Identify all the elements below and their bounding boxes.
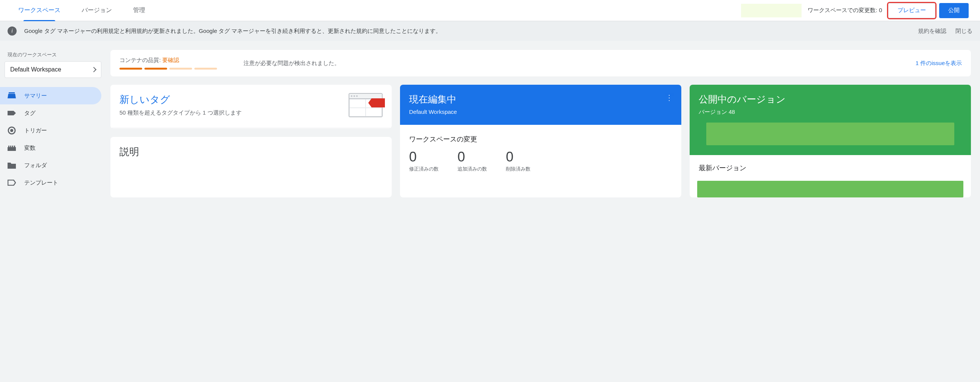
svg-rect-5 <box>12 146 13 147</box>
workspace-changes-count: ワークスペースでの変更数: 0 <box>808 7 882 14</box>
redacted-box <box>741 4 802 18</box>
quality-title: コンテナの品質: 要確認 <box>119 57 217 64</box>
nav-label: テンプレート <box>24 179 58 186</box>
variables-icon <box>8 144 16 152</box>
stat-added: 0 追加済みの数 <box>458 149 487 172</box>
stat-modified: 0 修正済みの数 <box>409 149 439 172</box>
review-terms-link[interactable]: 規約を確認 <box>918 28 947 35</box>
workspace-changes-title: ワークスペースの変更 <box>409 135 672 144</box>
svg-rect-3 <box>8 146 10 147</box>
quality-bars <box>119 68 217 70</box>
quality-message: 注意が必要な問題が検出されました。 <box>243 60 915 67</box>
main-content: コンテナの品質: 要確認 注意が必要な問題が検出されました。 1 件のissue… <box>106 41 980 197</box>
currently-editing-card: 現在編集中 Default Workspace ⋮ ワークスペースの変更 0 修… <box>400 85 681 197</box>
svg-point-1 <box>10 129 13 132</box>
nav-label: サマリー <box>24 92 47 99</box>
published-subtitle: バージョン 48 <box>699 108 962 116</box>
notice-text: Google タグ マネージャーの利用規定と利用規約が更新されました。Googl… <box>24 28 909 35</box>
tab-workspace[interactable]: ワークスペース <box>8 0 71 21</box>
new-tag-title: 新しいタグ <box>119 93 342 106</box>
description-title: 説明 <box>119 145 383 159</box>
new-tag-card: 新しいタグ 50 種類を超えるタグタイプから 1 つ選択します 新し <box>110 85 392 129</box>
nav-label: 変数 <box>24 145 35 152</box>
close-notice-link[interactable]: 閉じる <box>955 28 972 35</box>
new-tag-desc: 50 種類を超えるタグタイプから 1 つ選択します <box>119 108 342 117</box>
tag-icon <box>8 109 16 117</box>
sidebar: 現在のワークスペース Default Workspace サマリー タグ トリガ… <box>0 41 106 197</box>
workspace-selector[interactable]: Default Workspace <box>5 61 101 78</box>
nav-triggers[interactable]: トリガー <box>0 122 101 139</box>
nav-label: タグ <box>24 110 35 117</box>
preview-button[interactable]: プレビュー <box>888 3 935 18</box>
add-new-tag-link[interactable]: 新しいタグを追加 <box>110 128 392 129</box>
stat-deleted: 0 削除済み数 <box>506 149 530 172</box>
nav-label: フォルダ <box>24 162 47 169</box>
svg-rect-2 <box>8 147 16 151</box>
description-card: 説明 <box>110 137 392 197</box>
editing-subtitle: Default Workspace <box>409 108 672 115</box>
nav-variables[interactable]: 変数 <box>0 139 101 157</box>
template-icon <box>8 178 16 187</box>
nav-folders[interactable]: フォルダ <box>0 157 101 174</box>
published-title: 公開中のバージョン <box>699 93 962 105</box>
svg-rect-4 <box>10 146 11 147</box>
publish-button[interactable]: 公開 <box>939 3 969 18</box>
workspace-name: Default Workspace <box>10 66 61 73</box>
editing-card-menu-icon[interactable]: ⋮ <box>665 93 674 102</box>
redacted-block <box>706 123 954 145</box>
published-version-card: 公開中のバージョン バージョン 48 最新バージョン <box>690 85 971 197</box>
top-tabs-bar: ワークスペース バージョン 管理 ワークスペースでの変更数: 0 プレビュー 公… <box>0 0 980 21</box>
quality-issues-link[interactable]: 1 件のissueを表示 <box>915 60 962 67</box>
editing-title: 現在編集中 <box>409 93 672 105</box>
nav-tags[interactable]: タグ <box>0 104 101 122</box>
redacted-block <box>697 181 963 197</box>
folder-icon <box>8 161 16 169</box>
trigger-icon <box>8 126 16 135</box>
container-quality-card: コンテナの品質: 要確認 注意が必要な問題が検出されました。 1 件のissue… <box>110 50 971 76</box>
tab-admin[interactable]: 管理 <box>123 0 156 21</box>
nav-templates[interactable]: テンプレート <box>0 174 101 191</box>
tab-version[interactable]: バージョン <box>71 0 123 21</box>
nav-summary[interactable]: サマリー <box>0 87 101 104</box>
terms-notice-bar: i Google タグ マネージャーの利用規定と利用規約が更新されました。Goo… <box>0 21 980 41</box>
chevron-right-icon <box>91 67 96 72</box>
current-workspace-label: 現在のワークスペース <box>0 51 106 61</box>
nav-label: トリガー <box>24 127 47 134</box>
info-icon: i <box>8 27 17 35</box>
latest-version-label: 最新バージョン <box>699 163 962 172</box>
svg-rect-6 <box>14 146 15 147</box>
summary-icon <box>8 92 16 100</box>
tag-illustration-icon <box>348 93 383 119</box>
